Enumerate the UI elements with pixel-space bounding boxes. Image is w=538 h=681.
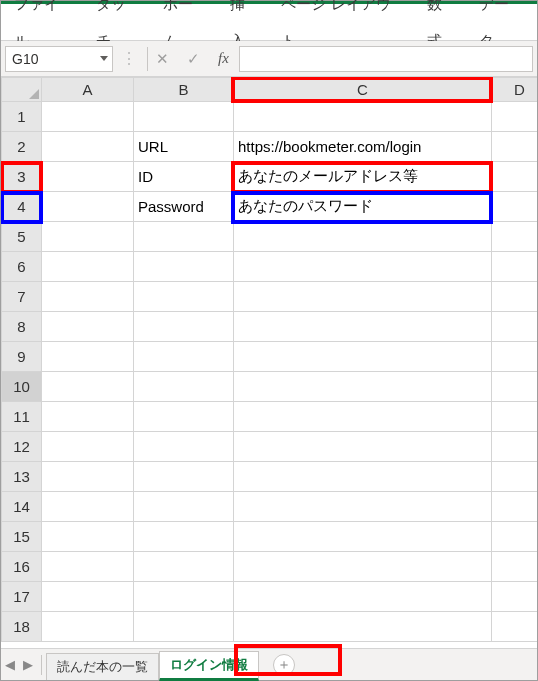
cell[interactable]: [492, 492, 538, 522]
cell[interactable]: [492, 582, 538, 612]
cell[interactable]: [234, 582, 492, 612]
cell[interactable]: [42, 582, 134, 612]
col-header-c[interactable]: C: [234, 78, 492, 102]
cell[interactable]: [234, 522, 492, 552]
cell[interactable]: [234, 462, 492, 492]
cell[interactable]: [42, 432, 134, 462]
formula-input[interactable]: [239, 46, 533, 72]
cell[interactable]: [134, 522, 234, 552]
cell[interactable]: [42, 222, 134, 252]
cell[interactable]: [42, 312, 134, 342]
cell-b4[interactable]: Password: [134, 192, 234, 222]
cell[interactable]: [234, 402, 492, 432]
cell[interactable]: [42, 492, 134, 522]
cell[interactable]: [234, 102, 492, 132]
cell[interactable]: [42, 402, 134, 432]
cell[interactable]: [134, 102, 234, 132]
cell[interactable]: [234, 432, 492, 462]
cell[interactable]: [134, 552, 234, 582]
add-sheet-button[interactable]: ＋: [273, 654, 295, 676]
select-all-corner[interactable]: [2, 78, 42, 102]
cell[interactable]: [42, 342, 134, 372]
cell[interactable]: [492, 342, 538, 372]
cell[interactable]: [492, 462, 538, 492]
row-header[interactable]: 3: [2, 162, 42, 192]
cell[interactable]: [134, 492, 234, 522]
col-header-d[interactable]: D: [492, 78, 538, 102]
cell[interactable]: [134, 462, 234, 492]
row-header[interactable]: 12: [2, 432, 42, 462]
row-header[interactable]: 9: [2, 342, 42, 372]
row-header[interactable]: 14: [2, 492, 42, 522]
cell[interactable]: [134, 312, 234, 342]
cell[interactable]: [42, 252, 134, 282]
cancel-icon[interactable]: ✕: [156, 50, 169, 68]
cell[interactable]: [234, 492, 492, 522]
cell[interactable]: [134, 342, 234, 372]
cell[interactable]: [492, 222, 538, 252]
cell[interactable]: [234, 222, 492, 252]
cell[interactable]: [492, 282, 538, 312]
worksheet-grid[interactable]: A B C D 1 2URLhttps://bookmeter.com/logi…: [1, 77, 537, 648]
cell[interactable]: [134, 372, 234, 402]
row-header[interactable]: 7: [2, 282, 42, 312]
cell[interactable]: [492, 522, 538, 552]
cell-c2[interactable]: https://bookmeter.com/login: [234, 132, 492, 162]
cell[interactable]: [492, 552, 538, 582]
cell-c3[interactable]: あなたのメールアドレス等: [234, 162, 492, 192]
name-box-dropdown-icon[interactable]: [100, 56, 108, 61]
cell[interactable]: [42, 552, 134, 582]
sheet-tab-readbooks[interactable]: 読んだ本の一覧: [46, 653, 159, 680]
cell-c4[interactable]: あなたのパスワード: [234, 192, 492, 222]
row-header[interactable]: 13: [2, 462, 42, 492]
cell[interactable]: [492, 432, 538, 462]
cell[interactable]: [492, 372, 538, 402]
row-header[interactable]: 4: [2, 192, 42, 222]
cell[interactable]: [492, 612, 538, 642]
cell[interactable]: [492, 312, 538, 342]
cell[interactable]: [492, 102, 538, 132]
cell[interactable]: [234, 612, 492, 642]
cell[interactable]: [492, 402, 538, 432]
fx-icon[interactable]: fx: [218, 50, 229, 67]
cell[interactable]: [42, 522, 134, 552]
row-header[interactable]: 2: [2, 132, 42, 162]
cell[interactable]: [234, 312, 492, 342]
cell[interactable]: [492, 252, 538, 282]
row-header[interactable]: 5: [2, 222, 42, 252]
sheet-nav-prev[interactable]: ◀: [1, 657, 19, 672]
name-box[interactable]: G10: [5, 46, 113, 72]
cell[interactable]: [134, 252, 234, 282]
cell-b2[interactable]: URL: [134, 132, 234, 162]
cell[interactable]: [134, 402, 234, 432]
sheet-tab-login[interactable]: ログイン情報: [159, 651, 259, 681]
cell[interactable]: [42, 162, 134, 192]
row-header[interactable]: 6: [2, 252, 42, 282]
cell[interactable]: [42, 282, 134, 312]
row-header[interactable]: 11: [2, 402, 42, 432]
cell[interactable]: [42, 132, 134, 162]
row-header[interactable]: 8: [2, 312, 42, 342]
cell[interactable]: [134, 612, 234, 642]
cell[interactable]: [134, 222, 234, 252]
cell[interactable]: [42, 192, 134, 222]
row-header[interactable]: 16: [2, 552, 42, 582]
row-header[interactable]: 1: [2, 102, 42, 132]
col-header-b[interactable]: B: [134, 78, 234, 102]
cell[interactable]: [492, 162, 538, 192]
cell[interactable]: [134, 282, 234, 312]
cell[interactable]: [234, 552, 492, 582]
cell[interactable]: [42, 462, 134, 492]
cell[interactable]: [234, 342, 492, 372]
cell[interactable]: [492, 132, 538, 162]
cell[interactable]: [42, 372, 134, 402]
row-header[interactable]: 17: [2, 582, 42, 612]
col-header-a[interactable]: A: [42, 78, 134, 102]
cell[interactable]: [234, 282, 492, 312]
row-header[interactable]: 10: [2, 372, 42, 402]
cell[interactable]: [134, 582, 234, 612]
cell[interactable]: [42, 102, 134, 132]
enter-icon[interactable]: ✓: [187, 50, 200, 68]
cell[interactable]: [42, 612, 134, 642]
cell[interactable]: [234, 252, 492, 282]
